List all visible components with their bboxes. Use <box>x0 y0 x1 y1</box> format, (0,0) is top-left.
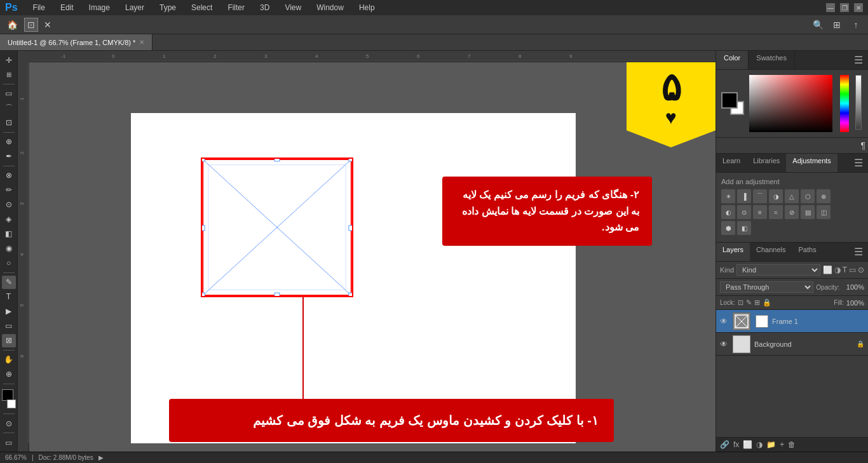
pixel-filter-icon[interactable]: ⬜ <box>823 265 832 274</box>
menu-image[interactable]: Image <box>86 2 112 13</box>
canvas-area[interactable]: ۵ ♥ <box>29 62 715 452</box>
blur-tool[interactable]: ◉ <box>2 242 16 255</box>
hand-tool[interactable]: ✋ <box>2 353 16 366</box>
lock-position-icon[interactable]: ✎ <box>746 299 752 307</box>
folder-icon[interactable]: 📁 <box>766 440 776 449</box>
levels-icon[interactable]: ▐ <box>737 189 751 203</box>
fill-value[interactable]: 100% <box>846 299 864 307</box>
posterize-icon[interactable]: ▤ <box>801 205 815 219</box>
menu-layer[interactable]: Layer <box>123 2 147 13</box>
color-panel-menu[interactable]: ☰ <box>849 51 868 69</box>
color-swatches[interactable] <box>2 389 16 409</box>
menu-file[interactable]: File <box>31 2 48 13</box>
layer-row-background[interactable]: 👁 Background 🔒 <box>716 333 868 356</box>
gradient-tool[interactable]: ◧ <box>2 227 16 241</box>
share-icon[interactable]: ↑ <box>849 18 863 32</box>
tab-layers[interactable]: Layers <box>716 243 750 261</box>
maximize-button[interactable]: ❐ <box>840 3 849 12</box>
menu-help[interactable]: Help <box>356 2 377 13</box>
frame-tool-icon[interactable]: ⊡ <box>24 18 38 32</box>
healing-tool[interactable]: ⊗ <box>2 169 16 182</box>
path-select-tool[interactable]: ▶ <box>2 305 16 318</box>
smartobj-filter-icon[interactable]: ⊙ <box>858 265 864 274</box>
menu-window[interactable]: Window <box>314 2 346 13</box>
adjustment-filter-icon[interactable]: ◑ <box>834 265 841 274</box>
eraser-tool[interactable]: ◈ <box>2 213 16 226</box>
gradientmap-icon[interactable]: ◧ <box>737 221 751 235</box>
home-icon[interactable]: 🏠 <box>5 18 19 32</box>
lock-artboard-icon[interactable]: ⊞ <box>754 299 760 307</box>
layer-visibility-frame1[interactable]: 👁 <box>720 317 729 326</box>
tab-swatches[interactable]: Swatches <box>749 51 795 69</box>
layers-panel-menu[interactable]: ☰ <box>849 243 868 261</box>
menu-filter[interactable]: Filter <box>225 2 247 13</box>
tab-channels[interactable]: Channels <box>750 243 792 261</box>
menu-view[interactable]: View <box>282 2 304 13</box>
eyedropper-tool[interactable]: ✒ <box>2 150 16 163</box>
blend-mode-select[interactable]: Pass Through <box>720 281 813 293</box>
tab-close-button[interactable]: ✕ <box>139 39 144 46</box>
artboard-tool[interactable]: ⊞ <box>2 68 16 81</box>
document-tab[interactable]: Untitled-1 @ 66.7% (Frame 1, CMYK/8) * ✕ <box>0 34 153 50</box>
photofilter-icon[interactable]: ⊙ <box>737 205 751 219</box>
menu-type[interactable]: Type <box>157 2 179 13</box>
move-tool[interactable]: ✛ <box>2 53 16 67</box>
filter-select[interactable]: Kind <box>736 264 820 276</box>
curves-icon[interactable]: ⌒ <box>753 189 767 203</box>
object-select-tool[interactable]: ⊡ <box>2 116 16 130</box>
threshold-icon[interactable]: ◫ <box>817 205 831 219</box>
pen-tool[interactable]: ✎ <box>2 276 16 289</box>
shape-tool[interactable]: ▭ <box>2 319 16 333</box>
menu-select[interactable]: Select <box>189 2 215 13</box>
adj-panel-menu[interactable]: ☰ <box>849 154 868 172</box>
marquee-tool[interactable]: ▭ <box>2 87 16 100</box>
lasso-tool[interactable]: ⌒ <box>2 102 16 115</box>
screen-mode-tool[interactable]: ▭ <box>2 436 16 449</box>
delete-layer-icon[interactable]: 🗑 <box>788 440 796 449</box>
new-layer-icon[interactable]: + <box>780 440 784 449</box>
opacity-bar[interactable] <box>854 75 863 132</box>
menu-3d[interactable]: 3D <box>257 2 272 13</box>
colorlookup-icon[interactable]: ≈ <box>769 205 783 219</box>
menu-edit[interactable]: Edit <box>58 2 76 13</box>
search-icon[interactable]: 🔍 <box>811 18 825 32</box>
brush-tool[interactable]: ✏ <box>2 184 16 197</box>
frame-x-icon[interactable]: ✕ <box>41 18 55 32</box>
bw-icon[interactable]: ◐ <box>721 205 735 219</box>
lock-pixels-icon[interactable]: ⊡ <box>738 299 743 307</box>
invert-icon[interactable]: ⊘ <box>785 205 799 219</box>
tab-adjustments[interactable]: Adjustments <box>786 154 837 172</box>
fg-bg-colors[interactable] <box>721 92 744 115</box>
zoom-tool[interactable]: ⊕ <box>2 368 16 381</box>
lock-all-icon[interactable]: 🔒 <box>763 299 771 307</box>
tab-learn[interactable]: Learn <box>716 154 747 172</box>
minimize-button[interactable]: — <box>826 3 835 12</box>
fx-button[interactable]: fx <box>733 440 739 449</box>
selectivecolor-icon[interactable]: ⬢ <box>721 221 735 235</box>
frame-tool[interactable]: ⊠ <box>2 334 16 347</box>
crop-tool[interactable]: ⊕ <box>2 135 16 149</box>
foreground-color[interactable] <box>721 92 738 109</box>
exposure-icon[interactable]: ◑ <box>769 189 783 203</box>
arrange-icon[interactable]: ⊞ <box>830 18 844 32</box>
shape-filter-icon[interactable]: ▭ <box>849 265 856 274</box>
brightness-icon[interactable]: ☀ <box>721 189 735 203</box>
tab-color[interactable]: Color <box>716 51 749 69</box>
paragraph-button[interactable]: ¶ <box>716 138 868 154</box>
channelmix-icon[interactable]: ≡ <box>753 205 767 219</box>
opacity-value[interactable]: 100% <box>842 283 864 291</box>
stamp-tool[interactable]: ⊙ <box>2 198 16 211</box>
link-icon[interactable]: 🔗 <box>720 440 729 449</box>
color-hue-bar[interactable] <box>840 75 849 132</box>
hsl-icon[interactable]: ⬡ <box>801 189 815 203</box>
type-filter-icon[interactable]: T <box>843 265 847 274</box>
status-arrow[interactable]: ▶ <box>98 454 104 461</box>
vibrance-icon[interactable]: △ <box>785 189 799 203</box>
layer-row-frame1[interactable]: 👁 Frame 1 <box>716 310 868 333</box>
text-tool[interactable]: T <box>2 290 16 304</box>
tab-paths[interactable]: Paths <box>792 243 823 261</box>
color-spectrum[interactable] <box>749 75 832 132</box>
dodge-tool[interactable]: ○ <box>2 257 16 270</box>
add-mask-icon[interactable]: ⬜ <box>743 440 752 449</box>
quick-mask-tool[interactable]: ⊙ <box>2 417 16 430</box>
